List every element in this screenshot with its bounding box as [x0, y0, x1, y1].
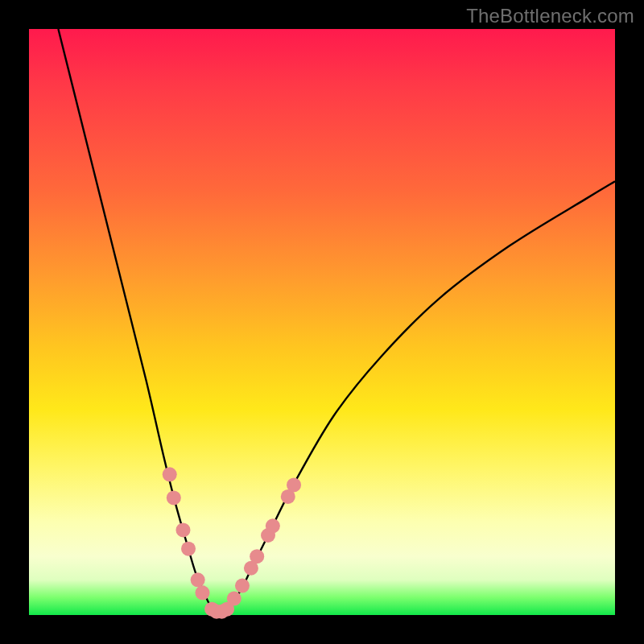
highlight-dot [227, 592, 242, 606]
highlight-dot [163, 467, 177, 481]
highlight-dot [235, 579, 250, 593]
chart-frame: TheBottleneck.com [0, 0, 644, 644]
plot-area [29, 29, 615, 615]
highlight-dot [181, 542, 196, 556]
highlight-dot [287, 477, 301, 492]
highlight-dot [250, 549, 264, 564]
highlight-dot [191, 572, 205, 587]
curve-layer [29, 29, 615, 615]
bottleneck-curve [58, 29, 615, 612]
watermark-text: TheBottleneck.com [466, 5, 634, 27]
highlight-dot [195, 585, 209, 600]
highlight-markers [163, 467, 301, 618]
highlight-dot [175, 522, 190, 537]
highlight-dot [266, 518, 280, 533]
highlight-dot [167, 490, 181, 505]
